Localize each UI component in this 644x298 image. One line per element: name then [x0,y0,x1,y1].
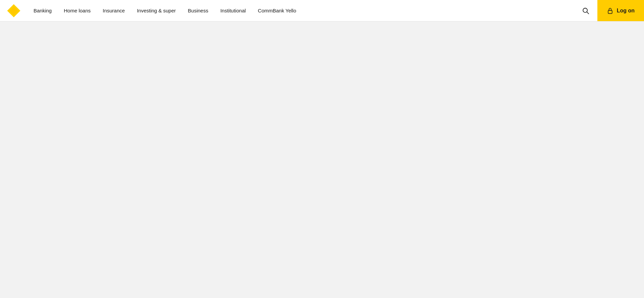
main-nav: Banking Home loans Insurance Investing &… [28,0,302,21]
nav-item-institutional[interactable]: Institutional [214,0,252,21]
nav-item-insurance[interactable]: Insurance [97,0,131,21]
nav-item-banking[interactable]: Banking [28,0,58,21]
logo-container[interactable] [0,0,28,21]
header-left: Banking Home loans Insurance Investing &… [0,0,302,21]
nav-item-business[interactable]: Business [182,0,214,21]
commbank-logo [7,4,21,18]
search-icon [582,7,589,14]
site-header: Banking Home loans Insurance Investing &… [0,0,644,21]
nav-item-home-loans[interactable]: Home loans [58,0,97,21]
svg-rect-4 [608,10,612,13]
logon-label: Log on [617,8,635,14]
search-button[interactable] [574,0,597,21]
svg-line-3 [587,12,589,13]
nav-item-investing-super[interactable]: Investing & super [131,0,182,21]
main-content [0,21,644,298]
header-right: Log on [574,0,644,21]
nav-item-commbank-yello[interactable]: CommBank Yello [252,0,302,21]
lock-icon [607,7,613,14]
logon-button[interactable]: Log on [597,0,644,21]
